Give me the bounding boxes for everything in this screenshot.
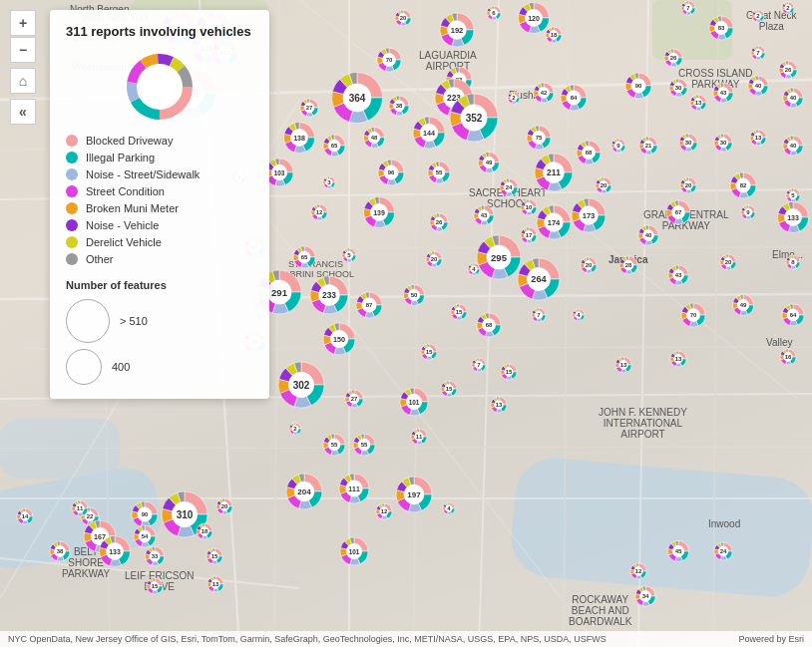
- cluster-marker[interactable]: 43: [472, 203, 496, 231]
- cluster-marker[interactable]: 38: [387, 94, 411, 122]
- cluster-marker[interactable]: 211: [533, 152, 575, 197]
- cluster-marker[interactable]: 24: [498, 176, 520, 202]
- cluster-marker[interactable]: 49: [731, 293, 756, 322]
- cluster-marker[interactable]: 20: [678, 175, 698, 199]
- cluster-marker[interactable]: 138: [282, 121, 317, 160]
- cluster-marker[interactable]: 40: [781, 134, 805, 162]
- cluster-marker[interactable]: 133: [98, 534, 133, 573]
- cluster-marker[interactable]: 12: [374, 501, 394, 525]
- cluster-marker[interactable]: 21: [637, 135, 659, 161]
- cluster-marker[interactable]: 15: [499, 362, 519, 386]
- cluster-marker[interactable]: 40: [636, 223, 660, 251]
- cluster-marker[interactable]: 4: [571, 307, 587, 327]
- cluster-marker[interactable]: 139: [362, 195, 397, 234]
- cluster-marker[interactable]: 28: [617, 254, 639, 280]
- cluster-marker[interactable]: 55: [321, 432, 347, 462]
- cluster-marker[interactable]: 174: [535, 203, 573, 245]
- cluster-marker[interactable]: 20: [424, 249, 444, 273]
- cluster-marker[interactable]: 42: [532, 81, 556, 109]
- cluster-marker[interactable]: 67: [664, 198, 692, 230]
- cluster-marker[interactable]: 68: [575, 139, 603, 170]
- cluster-marker[interactable]: 40: [781, 86, 805, 114]
- cluster-marker[interactable]: 2: [506, 90, 522, 110]
- cluster-marker[interactable]: 233: [308, 274, 350, 320]
- cluster-marker[interactable]: 13: [613, 355, 633, 379]
- cluster-marker[interactable]: 101: [338, 535, 370, 571]
- cluster-marker[interactable]: 49: [477, 151, 502, 179]
- cluster-marker[interactable]: 11: [70, 498, 90, 522]
- cluster-marker[interactable]: 18: [544, 25, 564, 49]
- cluster-marker[interactable]: 12: [628, 561, 648, 585]
- cluster-marker[interactable]: 38: [48, 539, 72, 567]
- cluster-marker[interactable]: 2: [780, 0, 796, 20]
- cluster-marker[interactable]: 20: [579, 255, 599, 279]
- cluster-marker[interactable]: 352: [448, 92, 500, 148]
- cluster-marker[interactable]: 14: [15, 506, 35, 530]
- cluster-marker[interactable]: 20: [214, 496, 234, 520]
- cluster-marker[interactable]: 264: [516, 256, 562, 306]
- cluster-marker[interactable]: 50: [402, 283, 427, 312]
- cluster-marker[interactable]: 7: [470, 356, 488, 378]
- cluster-marker[interactable]: 7: [530, 306, 548, 328]
- cluster-marker[interactable]: 65: [321, 133, 347, 162]
- cluster-marker[interactable]: 96: [376, 158, 406, 191]
- cluster-marker[interactable]: 24: [712, 540, 734, 566]
- cluster-marker[interactable]: 5: [340, 246, 358, 268]
- collapse-button[interactable]: «: [10, 99, 36, 125]
- cluster-marker[interactable]: 144: [411, 115, 447, 155]
- cluster-marker[interactable]: 15: [145, 576, 165, 600]
- cluster-marker[interactable]: 16: [778, 347, 798, 371]
- cluster-marker[interactable]: 43: [666, 263, 690, 291]
- cluster-marker[interactable]: 4: [441, 500, 457, 520]
- cluster-marker[interactable]: 87: [354, 290, 384, 324]
- cluster-marker[interactable]: 34: [633, 584, 657, 612]
- cluster-marker[interactable]: 27: [343, 388, 365, 414]
- cluster-marker[interactable]: 173: [570, 196, 608, 238]
- cluster-marker[interactable]: 30: [667, 77, 689, 103]
- cluster-marker[interactable]: 364: [330, 71, 385, 130]
- cluster-marker[interactable]: 133: [776, 200, 811, 239]
- cluster-marker[interactable]: 26: [662, 47, 684, 73]
- cluster-marker[interactable]: 11: [409, 427, 429, 451]
- cluster-marker[interactable]: 2: [750, 8, 766, 28]
- cluster-marker[interactable]: 68: [475, 311, 503, 343]
- cluster-marker[interactable]: 15: [439, 379, 459, 403]
- cluster-marker[interactable]: 192: [438, 11, 476, 53]
- cluster-marker[interactable]: 70: [679, 301, 707, 333]
- cluster-marker[interactable]: 48: [362, 126, 387, 155]
- cluster-marker[interactable]: 15: [204, 546, 224, 570]
- cluster-marker[interactable]: 197: [394, 475, 434, 518]
- cluster-marker[interactable]: 26: [428, 211, 450, 237]
- cluster-marker[interactable]: 13: [205, 574, 225, 598]
- cluster-marker[interactable]: 2: [287, 421, 303, 441]
- cluster-marker[interactable]: 9: [739, 203, 757, 225]
- cluster-marker[interactable]: 45: [666, 539, 691, 568]
- cluster-marker[interactable]: 302: [276, 360, 326, 414]
- cluster-marker[interactable]: 33: [144, 545, 167, 572]
- cluster-marker[interactable]: 7: [679, 0, 697, 21]
- cluster-marker[interactable]: 12: [309, 202, 329, 226]
- cluster-marker[interactable]: 55: [426, 160, 452, 189]
- cluster-marker[interactable]: 27: [298, 97, 320, 123]
- home-button[interactable]: ⌂: [10, 68, 36, 94]
- cluster-marker[interactable]: 8: [784, 253, 802, 275]
- cluster-marker[interactable]: 30: [677, 132, 699, 158]
- cluster-marker[interactable]: 7: [749, 44, 767, 66]
- cluster-marker[interactable]: 84: [559, 83, 589, 117]
- cluster-marker[interactable]: 13: [748, 128, 768, 152]
- cluster-marker[interactable]: 18: [195, 521, 214, 545]
- cluster-marker[interactable]: 43: [711, 81, 735, 109]
- cluster-marker[interactable]: 6: [485, 4, 503, 26]
- cluster-marker[interactable]: 64: [780, 302, 806, 332]
- cluster-marker[interactable]: 20: [718, 252, 738, 276]
- cluster-marker[interactable]: 204: [284, 472, 324, 515]
- cluster-marker[interactable]: 55: [351, 432, 377, 462]
- cluster-marker[interactable]: 13: [688, 93, 708, 117]
- cluster-marker[interactable]: 13: [668, 349, 688, 373]
- cluster-marker[interactable]: 26: [777, 59, 799, 85]
- cluster-marker[interactable]: 15: [419, 342, 439, 366]
- cluster-marker[interactable]: 30: [712, 132, 734, 158]
- cluster-marker[interactable]: 9: [609, 137, 627, 159]
- cluster-marker[interactable]: 90: [623, 71, 653, 105]
- cluster-marker[interactable]: 82: [728, 170, 758, 204]
